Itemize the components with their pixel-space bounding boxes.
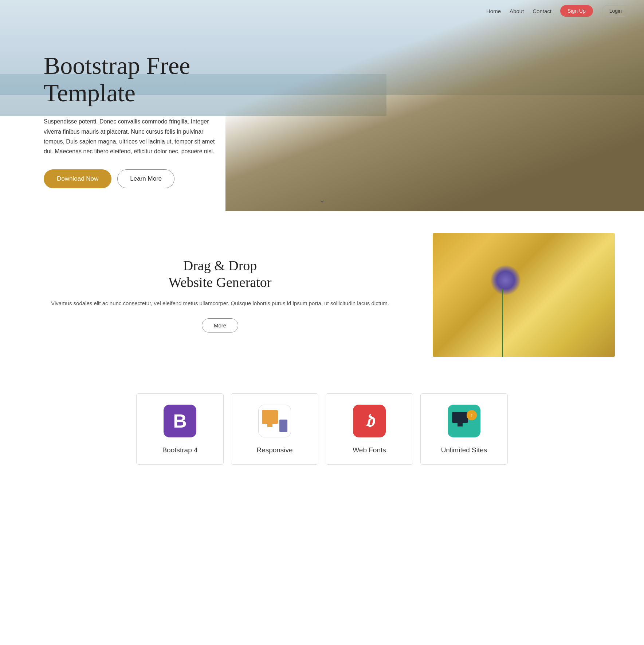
dnd-image	[433, 233, 615, 357]
scroll-down-icon[interactable]: ⌄	[319, 195, 325, 205]
card-unlimited: ↑ Unlimited Sites	[420, 393, 508, 465]
signup-button[interactable]: Sign Up	[560, 5, 593, 17]
hero-content: Bootstrap Free Template Suspendisse pote…	[0, 23, 255, 188]
card-bootstrap: B Bootstrap 4	[136, 393, 224, 465]
desktop-screen-icon	[262, 410, 278, 424]
card-responsive: Responsive	[231, 393, 318, 465]
nav-contact[interactable]: Contact	[533, 8, 551, 14]
nav-home[interactable]: Home	[486, 8, 501, 14]
card-unlimited-label: Unlimited Sites	[428, 446, 500, 454]
card-webfonts-label: Web Fonts	[333, 446, 405, 454]
monitor-icon	[452, 412, 468, 423]
hero-buttons: Download Now Learn More	[44, 169, 255, 188]
responsive-screens-icon	[262, 410, 287, 432]
card-webfonts: 𝔡 Web Fonts	[326, 393, 413, 465]
flower-image	[433, 233, 615, 357]
login-button[interactable]: Login	[602, 5, 629, 17]
dnd-section: Drag & DropWebsite Generator Vivamus sod…	[0, 211, 644, 379]
mobile-screen-icon	[279, 420, 287, 432]
hero-section: Bootstrap Free Template Suspendisse pote…	[0, 0, 644, 211]
navbar: Home About Contact Sign Up Login	[0, 0, 644, 22]
bootstrap-icon: B	[164, 405, 196, 437]
learn-more-button[interactable]: Learn More	[117, 169, 174, 188]
unlimited-monitor-icon: ↑	[451, 410, 477, 432]
dnd-right-image	[433, 233, 615, 357]
hero-subtitle: Suspendisse potenti. Donec convallis com…	[44, 117, 219, 156]
more-button[interactable]: More	[202, 318, 238, 333]
dnd-title: Drag & DropWebsite Generator	[36, 257, 404, 291]
cards-section: B Bootstrap 4 Responsive 𝔡 Web Fonts ↑ U…	[0, 379, 644, 487]
nav-about[interactable]: About	[510, 8, 524, 14]
card-bootstrap-label: Bootstrap 4	[144, 446, 216, 454]
hero-title: Bootstrap Free Template	[44, 52, 255, 107]
bootstrap-b-letter: B	[173, 410, 187, 432]
webfonts-icon: 𝔡	[353, 405, 386, 437]
dnd-left-content: Drag & DropWebsite Generator Vivamus sod…	[29, 257, 411, 333]
webfonts-f-letter: 𝔡	[365, 410, 374, 432]
download-button[interactable]: Download Now	[44, 169, 111, 188]
nav-links: Home About Contact Sign Up Login	[486, 5, 629, 17]
card-responsive-label: Responsive	[239, 446, 311, 454]
hero-grass-bg	[225, 0, 644, 211]
unlimited-icon: ↑	[448, 405, 480, 437]
dnd-text: Vivamus sodales elit ac nunc consectetur…	[36, 299, 404, 308]
responsive-icon	[258, 405, 291, 437]
unlimited-badge-icon: ↑	[467, 410, 477, 420]
